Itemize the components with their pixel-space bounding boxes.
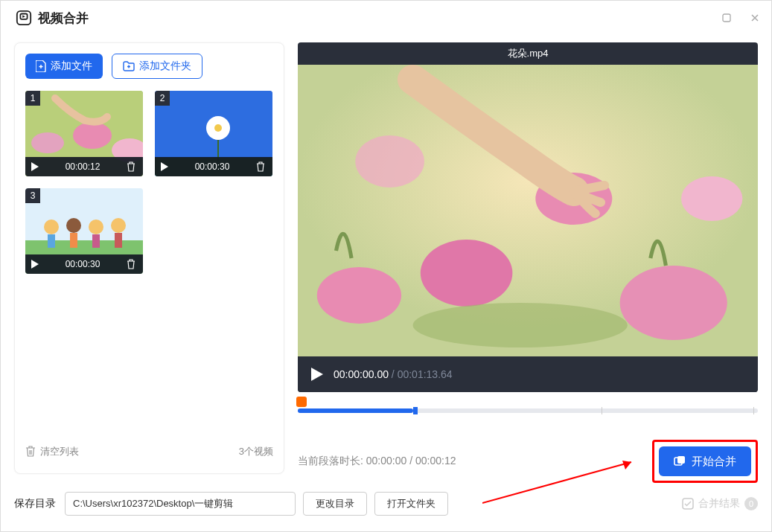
checkbox-icon: [682, 498, 694, 510]
svg-point-23: [111, 218, 126, 233]
svg-marker-34: [311, 368, 323, 381]
start-merge-button[interactable]: 开始合并: [659, 446, 751, 476]
current-time: 00:00:00.00: [334, 368, 389, 380]
svg-rect-3: [723, 14, 730, 22]
clip-duration: 00:00:30: [45, 259, 121, 269]
clip-list-panel: 添加文件 添加文件夹 1: [14, 42, 284, 474]
svg-point-12: [214, 124, 222, 132]
time-separator: /: [389, 368, 398, 380]
svg-point-21: [89, 219, 103, 234]
svg-marker-36: [622, 461, 631, 469]
clip-count: 3个视频: [239, 445, 273, 458]
clip-item[interactable]: 2 00:00:30: [155, 91, 272, 176]
minimize-button[interactable]: [719, 10, 734, 25]
app-logo: 视频合并: [16, 10, 89, 27]
total-time: 00:01:13.64: [398, 368, 453, 380]
clip-index-badge: 3: [25, 188, 40, 203]
open-folder-button[interactable]: 打开文件夹: [374, 492, 448, 516]
preview-box: 花朵.mp4: [298, 42, 758, 392]
timeline-playhead[interactable]: [296, 397, 307, 407]
start-merge-label: 开始合并: [692, 455, 736, 469]
result-count-badge: 0: [744, 497, 758, 510]
clear-list-label: 清空列表: [40, 445, 79, 458]
svg-marker-25: [31, 260, 39, 269]
clip-index-badge: 1: [25, 91, 40, 106]
trash-icon[interactable]: [127, 161, 137, 172]
folder-add-icon: [123, 61, 135, 71]
svg-point-31: [681, 176, 742, 221]
add-folder-button[interactable]: 添加文件夹: [112, 54, 202, 79]
play-button[interactable]: [311, 368, 323, 381]
logo-icon: [16, 10, 32, 26]
svg-point-29: [620, 266, 727, 340]
clip-item[interactable]: 1 00:00:12: [25, 91, 143, 176]
trash-icon[interactable]: [127, 259, 137, 269]
timeline-tick: [602, 407, 602, 414]
svg-rect-18: [48, 234, 55, 248]
svg-rect-22: [92, 234, 100, 248]
change-dir-button[interactable]: 更改目录: [303, 492, 367, 516]
add-file-button[interactable]: 添加文件: [25, 54, 103, 79]
clear-list-button[interactable]: 清空列表: [25, 445, 79, 458]
trash-icon[interactable]: [256, 161, 267, 172]
svg-point-28: [421, 240, 513, 307]
save-path-input[interactable]: [65, 492, 296, 516]
play-icon[interactable]: [161, 162, 168, 171]
merge-result-label: 合并结果: [698, 497, 740, 510]
svg-point-33: [413, 303, 628, 347]
timeline-tick: [753, 407, 754, 414]
play-icon[interactable]: [31, 162, 39, 171]
close-button[interactable]: [747, 10, 762, 25]
svg-rect-15: [25, 188, 143, 240]
preview-title: 花朵.mp4: [298, 42, 758, 65]
play-icon[interactable]: [31, 260, 39, 269]
clip-duration: 00:00:12: [45, 161, 121, 172]
playback-controls: 00:00:00.00 / 00:01:13.64: [298, 356, 758, 392]
merge-result-button[interactable]: 合并结果 0: [682, 497, 758, 510]
timeline-handle[interactable]: [413, 407, 418, 414]
svg-point-17: [44, 219, 59, 234]
svg-rect-38: [677, 456, 685, 464]
clip-index-badge: 2: [155, 91, 170, 106]
add-file-label: 添加文件: [51, 60, 92, 73]
file-add-icon: [36, 60, 46, 72]
svg-point-19: [66, 218, 81, 233]
annotation-highlight: 开始合并: [652, 440, 758, 483]
trash-icon: [25, 446, 36, 458]
clip-item[interactable]: 3 00:00:30: [25, 188, 143, 274]
segment-duration-info: 当前段落时长: 00:00:00 / 00:00:12: [298, 455, 456, 468]
svg-point-32: [355, 135, 424, 188]
timeline-segment: [298, 408, 413, 413]
app-title: 视频合并: [38, 10, 89, 27]
svg-point-5: [31, 132, 64, 153]
svg-rect-24: [115, 233, 122, 248]
save-dir-label: 保存目录: [14, 497, 56, 510]
svg-point-27: [317, 267, 401, 324]
svg-marker-2: [22, 15, 25, 18]
preview-image: [298, 65, 758, 356]
svg-marker-14: [161, 162, 168, 171]
svg-rect-20: [70, 233, 77, 248]
svg-point-6: [73, 122, 112, 149]
svg-rect-0: [17, 11, 31, 25]
timeline[interactable]: [298, 400, 758, 426]
clip-duration: 00:00:30: [174, 161, 250, 172]
add-folder-label: 添加文件夹: [139, 60, 191, 73]
merge-icon: [674, 455, 686, 467]
svg-marker-8: [31, 162, 39, 171]
